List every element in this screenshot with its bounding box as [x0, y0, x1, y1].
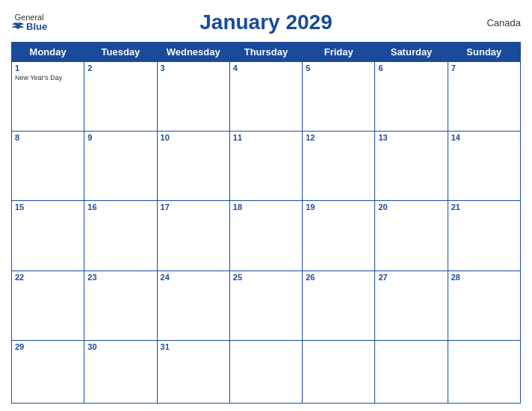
calendar-cell-34: [375, 340, 448, 403]
calendar-cell-8: 8: [12, 132, 84, 201]
calendar-cell-22: 22: [12, 271, 84, 340]
calendar-cell-31: 31: [157, 340, 229, 403]
day-number: 14: [451, 133, 517, 142]
logo-blue-text: Blue: [11, 22, 47, 32]
calendar-cell-29: 29: [12, 340, 84, 403]
day-number: 13: [378, 133, 444, 142]
calendar-cell-4: 4: [229, 62, 302, 132]
calendar-cell-11: 11: [229, 132, 302, 201]
calendar-cell-6: 6: [375, 62, 448, 132]
calendar-cell-25: 25: [229, 271, 302, 340]
day-number: 3: [161, 64, 226, 72]
day-number: 7: [451, 64, 517, 72]
calendar-cell-28: 28: [448, 271, 520, 340]
calendar-cell-23: 23: [84, 271, 157, 340]
day-number: 23: [87, 273, 153, 282]
logo-bird-icon: [11, 22, 25, 32]
calendar-cell-13: 13: [375, 132, 448, 201]
generalblue-logo: General Blue: [11, 13, 47, 32]
day-number: 31: [161, 342, 226, 351]
calendar-cell-19: 19: [303, 201, 375, 271]
calendar-cell-5: 5: [303, 62, 375, 132]
day-number: 26: [306, 273, 371, 282]
weekday-header-wednesday: Wednesday: [157, 43, 229, 62]
day-number: 20: [378, 203, 444, 211]
day-number: 8: [15, 133, 81, 142]
calendar-cell-27: 27: [375, 271, 448, 340]
weekday-header-tuesday: Tuesday: [84, 43, 157, 62]
calendar-page: General Blue January 2029 Canada MondayT…: [0, 0, 532, 411]
calendar-cell-30: 30: [84, 340, 157, 403]
calendar-cell-3: 3: [157, 62, 229, 132]
country-label: Canada: [486, 17, 521, 28]
day-number: 27: [378, 273, 444, 282]
calendar-cell-2: 2: [84, 62, 157, 132]
day-number: 22: [15, 273, 81, 282]
week-row-3: 15161718192021: [12, 201, 521, 271]
calendar-cell-24: 24: [157, 271, 229, 340]
calendar-cell-20: 20: [375, 201, 448, 271]
weekday-header-thursday: Thursday: [229, 43, 302, 62]
calendar-table: MondayTuesdayWednesdayThursdayFridaySatu…: [11, 42, 521, 404]
day-number: 11: [233, 133, 299, 142]
calendar-cell-1: 1New Year's Day: [12, 62, 84, 132]
day-number: 29: [15, 342, 81, 351]
calendar-cell-15: 15: [12, 201, 84, 271]
weekday-header-row: MondayTuesdayWednesdayThursdayFridaySatu…: [12, 43, 521, 62]
day-number: 21: [451, 203, 517, 211]
day-number: 5: [306, 64, 371, 72]
weekday-header-sunday: Sunday: [448, 43, 520, 62]
weekday-header-friday: Friday: [303, 43, 375, 62]
day-number: 17: [161, 203, 226, 211]
day-number: 4: [233, 64, 299, 72]
day-number: 30: [87, 342, 153, 351]
page-header: General Blue January 2029 Canada: [11, 7, 521, 37]
day-number: 1: [15, 64, 81, 72]
week-row-2: 891011121314: [12, 132, 521, 201]
page-title: January 2029: [200, 10, 332, 34]
day-number: 15: [15, 203, 81, 211]
calendar-cell-9: 9: [84, 132, 157, 201]
day-number: 25: [233, 273, 299, 282]
calendar-cell-16: 16: [84, 201, 157, 271]
week-row-5: 293031: [12, 340, 521, 403]
weekday-header-monday: Monday: [12, 43, 84, 62]
week-row-1: 1New Year's Day234567: [12, 62, 521, 132]
day-number: 10: [161, 133, 226, 142]
calendar-cell-33: [303, 340, 375, 403]
calendar-cell-17: 17: [157, 201, 229, 271]
weekday-header-saturday: Saturday: [375, 43, 448, 62]
day-number: 19: [306, 203, 371, 211]
day-number: 12: [306, 133, 371, 142]
day-number: 24: [161, 273, 226, 282]
day-number: 18: [233, 203, 299, 211]
calendar-cell-12: 12: [303, 132, 375, 201]
calendar-cell-21: 21: [448, 201, 520, 271]
calendar-cell-35: [448, 340, 520, 403]
calendar-cell-7: 7: [448, 62, 520, 132]
calendar-cell-18: 18: [229, 201, 302, 271]
holiday-label: New Year's Day: [15, 74, 81, 82]
day-number: 28: [451, 273, 517, 282]
calendar-cell-26: 26: [303, 271, 375, 340]
calendar-cell-10: 10: [157, 132, 229, 201]
day-number: 9: [87, 133, 153, 142]
day-number: 6: [378, 64, 444, 72]
day-number: 16: [87, 203, 153, 211]
week-row-4: 22232425262728: [12, 271, 521, 340]
calendar-cell-32: [229, 340, 302, 403]
calendar-cell-14: 14: [448, 132, 520, 201]
day-number: 2: [87, 64, 153, 72]
